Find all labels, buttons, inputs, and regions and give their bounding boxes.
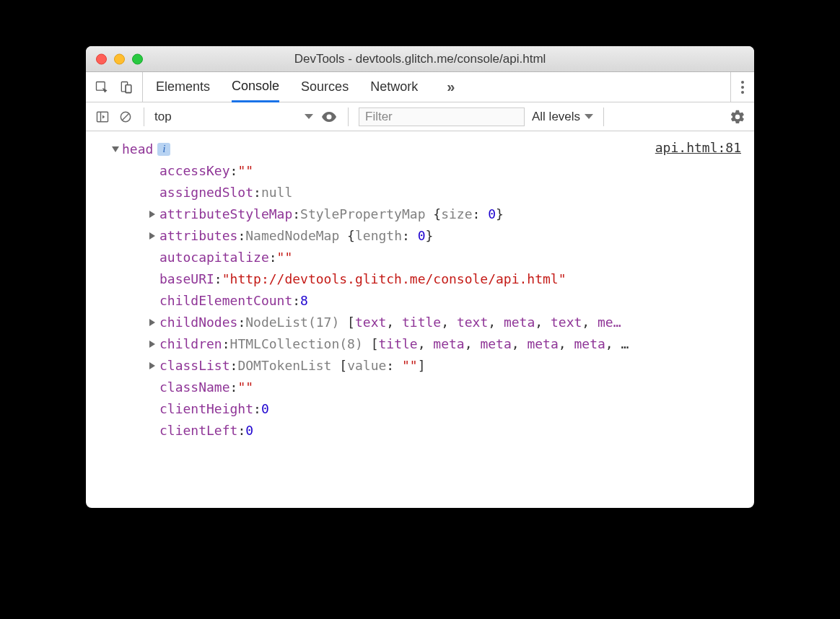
object-header[interactable]: head i — [92, 139, 744, 160]
property-key: clientLeft — [159, 420, 237, 442]
colon: : — [222, 333, 230, 355]
object-property-row[interactable]: children: HTMLCollection(8) [title, meta… — [92, 333, 744, 355]
colon: : — [253, 398, 261, 420]
disclosure-triangle-right-icon[interactable] — [149, 232, 155, 240]
context-label: top — [154, 110, 172, 124]
traffic-lights — [96, 53, 143, 64]
svg-point-8 — [327, 114, 332, 119]
object-property-row[interactable]: attributes: NamedNodeMap {length: 0} — [92, 225, 744, 247]
zoom-window-button[interactable] — [132, 53, 143, 64]
close-window-button[interactable] — [96, 53, 107, 64]
chevron-down-icon — [305, 114, 313, 119]
property-key: classList — [159, 355, 230, 377]
toggle-console-sidebar-icon[interactable] — [95, 109, 110, 125]
tab-console[interactable]: Console — [232, 73, 279, 102]
colon: : — [292, 203, 300, 225]
property-value: 8 — [300, 290, 308, 312]
devtools-tabbar: Elements Console Sources Network » — [86, 72, 754, 102]
property-value: null — [261, 182, 292, 203]
chevron-down-icon — [585, 114, 593, 119]
inspect-element-icon[interactable] — [95, 80, 109, 95]
property-key: children — [159, 333, 222, 355]
object-property-row: clientLeft: 0 — [92, 420, 744, 442]
colon: : — [237, 420, 245, 442]
colon: : — [237, 225, 245, 247]
colon: : — [230, 355, 238, 377]
divider — [603, 107, 604, 126]
execution-context-select[interactable]: top — [154, 110, 313, 124]
colon: : — [253, 182, 261, 203]
object-property-row: className: "" — [92, 377, 744, 398]
property-value: 0 — [245, 420, 253, 442]
disclosure-triangle-right-icon[interactable] — [149, 211, 155, 218]
object-name: head — [122, 139, 153, 160]
device-toggle-icon[interactable] — [119, 80, 134, 95]
minimize-window-button[interactable] — [114, 53, 125, 64]
colon: : — [237, 312, 245, 333]
disclosure-triangle-down-icon[interactable] — [112, 146, 119, 152]
clear-console-icon[interactable] — [118, 109, 134, 125]
kebab-menu-icon[interactable] — [741, 81, 744, 94]
disclosure-triangle-right-icon[interactable] — [149, 319, 155, 326]
tab-sources[interactable]: Sources — [301, 72, 349, 102]
object-property-row: autocapitalize: "" — [92, 247, 744, 268]
colon: : — [230, 160, 238, 182]
info-badge-icon[interactable]: i — [157, 143, 170, 156]
console-filter-input[interactable] — [359, 107, 525, 126]
devtools-window: DevTools - devtools.glitch.me/console/ap… — [86, 46, 754, 508]
property-key: className — [159, 377, 230, 398]
tabbar-left-icons — [86, 72, 143, 102]
colon: : — [292, 290, 300, 312]
object-property-row: clientHeight: 0 — [92, 398, 744, 420]
tabs-overflow-button[interactable]: » — [439, 79, 462, 95]
tab-network[interactable]: Network — [370, 72, 418, 102]
object-property-row: accessKey: "" — [92, 160, 744, 182]
tabbar-right — [730, 72, 754, 102]
property-value: NamedNodeMap {length: 0} — [245, 225, 433, 247]
property-key: childNodes — [159, 312, 237, 333]
property-value: NodeList(17) [text, title, text, meta, t… — [245, 312, 621, 333]
property-value: "http://devtools.glitch.me/console/api.h… — [222, 268, 566, 290]
colon: : — [214, 268, 222, 290]
source-link[interactable]: api.html:81 — [655, 137, 741, 159]
property-value: StylePropertyMap {size: 0} — [300, 203, 504, 225]
colon: : — [269, 247, 277, 268]
disclosure-triangle-right-icon[interactable] — [149, 341, 155, 348]
object-property-row[interactable]: attributeStyleMap: StylePropertyMap {siz… — [92, 203, 744, 225]
tabs-container: Elements Console Sources Network » — [143, 72, 730, 102]
console-output: api.html:81 head i accessKey: ""assigned… — [86, 131, 754, 508]
property-value: "" — [277, 247, 293, 268]
property-key: attributes — [159, 225, 237, 247]
property-value: "" — [237, 160, 253, 182]
object-property-row: baseURI: "http://devtools.glitch.me/cons… — [92, 268, 744, 290]
property-value: HTMLCollection(8) [title, meta, meta, me… — [230, 333, 629, 355]
property-key: accessKey — [159, 160, 230, 182]
log-levels-select[interactable]: All levels — [532, 110, 593, 124]
divider — [144, 107, 144, 126]
property-value: 0 — [261, 398, 269, 420]
object-property-row: assignedSlot: null — [92, 182, 744, 203]
disclosure-triangle-right-icon[interactable] — [149, 362, 155, 369]
colon: : — [230, 377, 238, 398]
console-settings-icon[interactable] — [730, 109, 745, 125]
divider — [348, 107, 349, 126]
property-key: clientHeight — [159, 398, 253, 420]
tab-elements[interactable]: Elements — [156, 72, 210, 102]
levels-label: All levels — [532, 110, 580, 124]
object-property-row[interactable]: childNodes: NodeList(17) [text, title, t… — [92, 312, 744, 333]
property-value: "" — [237, 377, 253, 398]
svg-rect-2 — [126, 84, 131, 92]
svg-line-7 — [122, 113, 129, 120]
object-properties: accessKey: ""assignedSlot: nullattribute… — [92, 160, 744, 442]
property-key: attributeStyleMap — [159, 203, 292, 225]
titlebar: DevTools - devtools.glitch.me/console/ap… — [86, 46, 754, 72]
live-expression-icon[interactable] — [320, 108, 338, 126]
property-key: baseURI — [159, 268, 214, 290]
property-key: childElementCount — [159, 290, 292, 312]
object-property-row: childElementCount: 8 — [92, 290, 744, 312]
property-key: assignedSlot — [159, 182, 253, 203]
object-property-row[interactable]: classList: DOMTokenList [value: ""] — [92, 355, 744, 377]
property-value: DOMTokenList [value: ""] — [237, 355, 425, 377]
console-filterbar: top All levels — [86, 102, 754, 131]
property-key: autocapitalize — [159, 247, 269, 268]
